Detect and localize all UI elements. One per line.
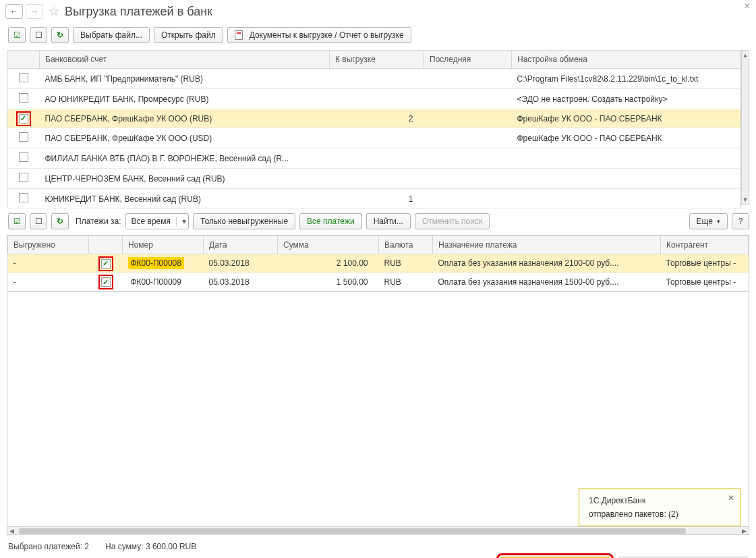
cell-settings [512, 169, 741, 189]
cell-account: АМБ БАНК, ИП "Предприниматель" (RUB) [40, 69, 330, 89]
choose-file-button[interactable]: Выбрать файл... [73, 27, 150, 43]
payment-row[interactable]: -✓ФК00-П0000805.03.20182 100,00RUBОплата… [8, 254, 749, 273]
help-button[interactable]: ? [732, 213, 749, 229]
payment-row[interactable]: -✓ФК00-П0000905.03.20181 500,00RUBОплата… [8, 273, 749, 291]
close-icon[interactable]: ✕ [744, 1, 751, 11]
arrow-right-icon: → [30, 7, 38, 16]
refresh-accounts-button[interactable]: ↻ [51, 27, 69, 43]
open-file-button[interactable]: Открыть файл [154, 27, 223, 43]
uncheck-icon: ☐ [35, 217, 42, 226]
account-row[interactable]: ЮНИКРЕДИТ БАНК, Весенний сад (RUB)1 [7, 189, 741, 209]
directbank-toast: ✕ 1С:ДиректБанк отправлено пакетов: (2) [579, 489, 740, 526]
status-line: Выбрано платежей: 2 На сумму: 3 600,00 R… [0, 535, 756, 554]
cell-last [424, 109, 512, 128]
account-row[interactable]: АО ЮНИКРЕДИТ БАНК, Промресурс (RUB)<ЭДО … [7, 89, 741, 109]
cell-account: ЦЕНТР-ЧЕРНОЗЕМ БАНК, Весенний сад (RUB) [40, 169, 330, 189]
scroll-up-icon[interactable]: ▲ [743, 51, 749, 60]
check-all-button[interactable]: ☑ [8, 27, 26, 43]
refresh-icon: ↻ [57, 217, 63, 226]
row-checkbox[interactable] [19, 132, 28, 142]
cell-settings [512, 189, 741, 209]
account-row[interactable]: ФИЛИАЛ БАНКА ВТБ (ПАО) В Г. ВОРОНЕЖЕ, Ве… [7, 148, 741, 169]
col-to-export[interactable]: К выгрузке [330, 51, 424, 69]
cell-last [424, 69, 512, 89]
col-last[interactable]: Последняя [424, 51, 512, 69]
check-icon: ☑ [13, 217, 21, 226]
cell-to-export [330, 128, 424, 148]
col-counterparty[interactable]: Контрагент [661, 236, 749, 254]
titlebar: ← → ☆ Выгрузка платежей в банк ✕ [0, 0, 756, 24]
col-account[interactable]: Банковский счет [40, 51, 330, 69]
back-button[interactable]: ← [5, 4, 23, 19]
status-sum: На сумму: 3 600,00 RUB [105, 542, 196, 551]
cell-sum: 1 500,00 [278, 273, 379, 291]
payments-for-label: Платежи за: [76, 217, 121, 226]
account-row[interactable]: ПАО СБЕРБАНК, ФрешКафе УК ООО (USD)ФрешК… [7, 128, 741, 148]
period-select[interactable]: Все время ▾ [125, 213, 189, 229]
scroll-left-icon[interactable]: ◀ [7, 528, 16, 534]
payments-hscrollbar[interactable]: ◀ ▶ [7, 526, 749, 534]
all-payments-button[interactable]: Все платежи [299, 213, 362, 229]
cell-last [424, 148, 512, 169]
col-sum[interactable]: Сумма [278, 236, 379, 254]
account-row[interactable]: ✓ПАО СБЕРБАНК, ФрешКафе УК ООО (RUB)2Фре… [7, 109, 741, 128]
refresh-icon: ↻ [57, 30, 63, 40]
payments-header-row: Выгружено Номер Дата Сумма Валюта Назнач… [8, 236, 749, 254]
cell-to-export: 1 [330, 189, 424, 209]
row-checkbox[interactable]: ✓ [19, 114, 28, 123]
cell-settings [512, 148, 741, 169]
scroll-down-icon[interactable]: ▼ [743, 195, 749, 204]
row-checkbox[interactable]: ✓ [101, 277, 111, 287]
cell-last [424, 189, 512, 209]
col-currency[interactable]: Валюта [379, 236, 433, 254]
col-date[interactable]: Дата [204, 236, 278, 254]
uncheck-all-button[interactable]: ☐ [30, 27, 47, 43]
account-row[interactable]: ЦЕНТР-ЧЕРНОЗЕМ БАНК, Весенний сад (RUB) [7, 169, 741, 189]
accounts-grid[interactable]: Банковский счет К выгрузке Последняя Нас… [7, 50, 741, 209]
uncheck-all-payments-button[interactable]: ☐ [30, 213, 47, 229]
scroll-right-icon[interactable]: ▶ [740, 528, 749, 534]
row-checkbox[interactable] [19, 152, 28, 162]
row-checkbox[interactable] [19, 73, 28, 82]
more-button[interactable]: Еще ▾ [689, 213, 728, 229]
payments-grid[interactable]: Выгружено Номер Дата Сумма Валюта Назнач… [7, 235, 749, 291]
accounts-header-row: Банковский счет К выгрузке Последняя Нас… [7, 51, 741, 69]
forward-button[interactable]: → [26, 4, 43, 19]
cell-counterparty: Торговые центры - [661, 273, 749, 291]
col-settings[interactable]: Настройка обмена [512, 51, 741, 69]
scroll-thumb[interactable] [19, 528, 686, 534]
toast-close-icon[interactable]: ✕ [728, 493, 734, 503]
cell-purpose: Оплата без указания назначения 2100-00 р… [433, 254, 661, 273]
chevron-down-icon: ▾ [717, 218, 720, 225]
row-checkbox[interactable] [19, 173, 28, 182]
cell-settings: C:\Program Files\1cv82\8.2.11.229\bin\1c… [512, 69, 741, 89]
row-checkbox[interactable]: ✓ [101, 259, 111, 269]
row-checkbox[interactable] [19, 93, 28, 103]
col-chk[interactable] [89, 236, 123, 254]
cell-currency: RUB [379, 273, 433, 291]
col-chk[interactable] [7, 51, 40, 69]
footer-buttons: Выгрузить платежи Удалить файлы и закрыт… [0, 554, 756, 558]
cell-last [424, 89, 512, 109]
accounts-scrollbar[interactable]: ▲ ▼ [741, 50, 749, 205]
star-icon[interactable]: ☆ [49, 4, 59, 19]
cell-number: ФК00-П00009 [123, 273, 204, 291]
col-purpose[interactable]: Назначение платежа [433, 236, 661, 254]
payments-toolbar: ☑ ☐ ↻ Платежи за: Все время ▾ Только нев… [0, 209, 756, 235]
cell-exported: - [8, 273, 89, 291]
cancel-search-button[interactable]: Отменить поиск [415, 213, 490, 229]
col-number[interactable]: Номер [123, 236, 204, 254]
cell-counterparty: Торговые центры - [661, 254, 749, 273]
cell-account: ПАО СБЕРБАНК, ФрешКафе УК ООО (RUB) [40, 109, 330, 128]
only-unexported-button[interactable]: Только невыгруженные [193, 213, 295, 229]
cell-currency: RUB [379, 254, 433, 273]
check-all-payments-button[interactable]: ☑ [8, 213, 26, 229]
period-value: Все время [126, 217, 176, 226]
col-exported[interactable]: Выгружено [8, 236, 89, 254]
find-button[interactable]: Найти... [366, 213, 411, 229]
row-checkbox[interactable] [19, 193, 28, 202]
account-row[interactable]: АМБ БАНК, ИП "Предприниматель" (RUB)C:\P… [7, 69, 741, 89]
refresh-payments-button[interactable]: ↻ [51, 213, 69, 229]
cell-date: 05.03.2018 [204, 254, 278, 273]
docs-report-button[interactable]: Документы к выгрузке / Отчет о выгрузке [227, 27, 411, 43]
